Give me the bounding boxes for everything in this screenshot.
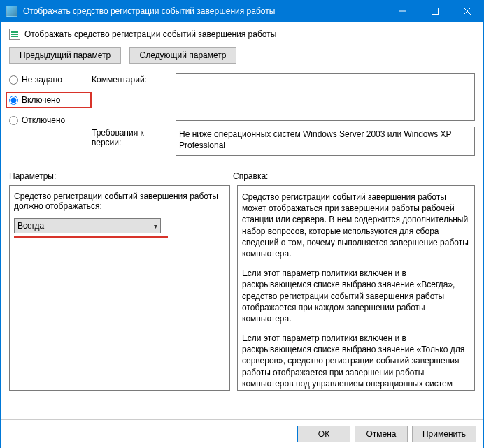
help-p3: Если этот параметр политики включен и в … <box>242 333 470 391</box>
help-p1: Средство регистрации событий завершения … <box>242 192 470 259</box>
prev-setting-button[interactable]: Предыдущий параметр <box>9 47 121 64</box>
app-icon <box>6 6 17 17</box>
minimize-button[interactable] <box>387 1 419 22</box>
params-section-label: Параметры: <box>9 171 233 181</box>
minimize-icon <box>399 8 406 15</box>
requirements-value: Не ниже операционных систем Windows Serv… <box>176 127 475 156</box>
apply-button[interactable]: Применить <box>412 426 476 442</box>
comment-input[interactable] <box>176 73 475 121</box>
radio-not-configured[interactable]: Не задано <box>9 75 92 85</box>
help-p2: Если этот параметр политики включен и в … <box>242 268 470 324</box>
display-mode-combo[interactable]: Всегда ▾ <box>14 218 161 233</box>
titlebar: Отображать средство регистрации событий … <box>1 1 483 22</box>
next-setting-button[interactable]: Следующий параметр <box>129 47 237 64</box>
maximize-button[interactable] <box>419 1 451 22</box>
window-title: Отображать средство регистрации событий … <box>23 6 387 16</box>
svg-rect-0 <box>432 8 439 15</box>
params-pane: Средство регистрации событий завершения … <box>9 185 230 391</box>
radio-disabled[interactable]: Отключено <box>9 115 92 125</box>
radio-enabled-label: Включено <box>22 95 60 105</box>
comment-label: Комментарий: <box>92 73 176 85</box>
help-pane[interactable]: Средство регистрации событий завершения … <box>237 185 475 391</box>
chevron-down-icon: ▾ <box>154 222 157 230</box>
close-button[interactable] <box>451 1 483 22</box>
policy-header: Отображать средство регистрации событий … <box>9 29 475 40</box>
radio-not-configured-input[interactable] <box>9 75 18 85</box>
radio-disabled-label: Отключено <box>22 115 65 125</box>
radio-not-configured-label: Не задано <box>22 75 62 85</box>
combo-value: Всегда <box>17 221 154 231</box>
help-section-label: Справка: <box>233 171 268 181</box>
nav-buttons: Предыдущий параметр Следующий параметр <box>9 47 475 64</box>
requirements-label: Требования к версии: <box>92 127 176 147</box>
state-radios: Не задано Включено Отключено <box>9 73 92 135</box>
radio-disabled-input[interactable] <box>9 116 18 125</box>
highlight-underline <box>14 236 168 238</box>
radio-enabled[interactable]: Включено <box>6 92 92 108</box>
radio-enabled-input[interactable] <box>9 96 18 105</box>
maximize-icon <box>432 8 439 15</box>
policy-icon <box>9 29 20 40</box>
close-icon <box>464 8 471 15</box>
ok-button[interactable]: ОК <box>297 426 350 442</box>
dialog-footer: ОК Отмена Применить <box>1 419 483 448</box>
params-desc: Средство регистрации событий завершения … <box>14 192 225 211</box>
cancel-button[interactable]: Отмена <box>355 426 408 442</box>
policy-title: Отображать средство регистрации событий … <box>24 29 276 39</box>
